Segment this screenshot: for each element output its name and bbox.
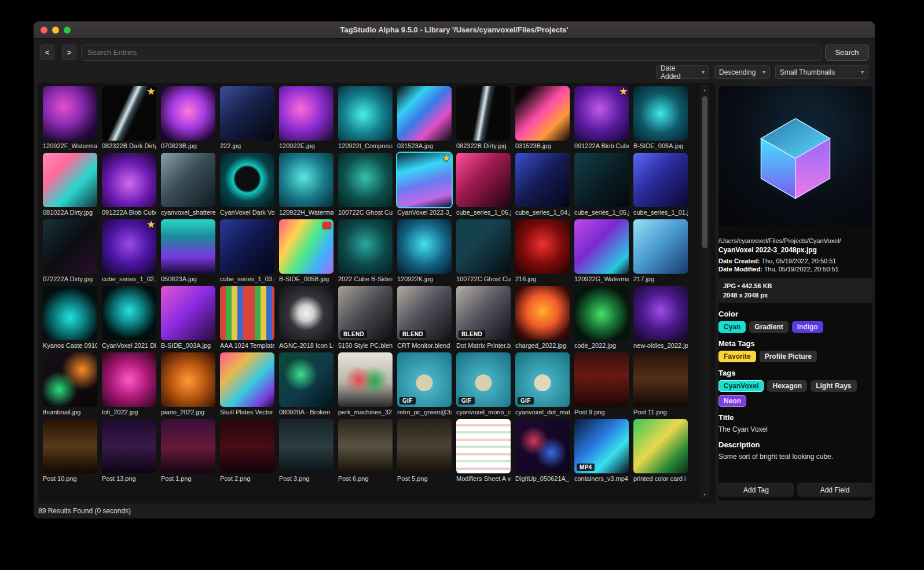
grid-item[interactable]: 120922E.jpg [279,86,333,149]
thumbnail[interactable] [161,286,215,340]
thumbnail[interactable] [456,419,511,473]
thumbnail[interactable]: ★ [574,86,629,141]
thumbnail[interactable] [220,219,274,274]
scroll-up-arrow-icon[interactable]: ▲ [701,88,708,92]
grid-item[interactable]: cube_series_1_01.j [633,153,688,216]
thumbnail[interactable] [397,419,452,473]
thumbnail[interactable] [515,86,570,141]
grid-item[interactable]: 100722C Ghost Cu [338,153,393,216]
thumbnail[interactable] [279,219,333,274]
thumbnail[interactable]: BLEND [456,286,511,340]
thumbnail[interactable]: MP4 [574,419,629,473]
thumbnail[interactable] [43,86,97,141]
thumbnail[interactable] [102,153,156,207]
thumbnail[interactable] [279,286,333,340]
grid-item[interactable]: 120922G_Waterma [574,219,629,282]
thumbnail[interactable] [515,286,570,340]
grid-item[interactable]: AGNC-2018 Icon Lo [279,286,333,349]
grid-item[interactable]: GIFcyanvoxel_dot_mat [515,352,570,415]
grid-item[interactable]: ★082322B Dark Dirty [102,86,156,149]
thumbnail[interactable] [43,419,97,473]
grid-item[interactable]: cube_series_1_06.j [456,153,511,216]
grid-item[interactable]: Post 3.png [279,419,333,482]
grid-item[interactable]: 050623A.jpg [161,219,215,282]
sort-field-dropdown[interactable]: Date Added ▾ [656,65,709,79]
grid-item[interactable]: 222.jpg [220,86,274,149]
thumbnail[interactable] [161,352,215,407]
grid-item[interactable]: 070823B.jpg [161,86,215,149]
grid-item[interactable]: ★091222A Blob Cube [574,86,629,149]
grid-item[interactable]: cube_series_1_05.j [574,153,629,216]
grid-item[interactable]: piano_2022.jpg [161,352,215,415]
thumbnail[interactable] [279,352,333,407]
grid-item[interactable]: new-oldies_2022.jp [633,286,688,349]
grid-item[interactable]: printed color card i [633,419,688,482]
tag-pill[interactable]: Gradient [749,321,788,333]
thumbnail[interactable] [338,219,393,274]
grid-item[interactable]: 217.jpg [633,219,688,282]
grid-item[interactable]: Post 5.png [397,419,452,482]
thumbnail[interactable] [574,286,629,340]
tag-pill[interactable]: Light Rays [811,380,856,392]
thumbnail[interactable] [220,286,274,340]
thumbnail[interactable] [161,153,215,207]
thumbnail[interactable] [102,286,156,340]
grid-item[interactable]: lofi_2022.jpg [102,352,156,415]
grid-item[interactable]: DigItUp_050621A_ [515,419,570,482]
thumbnail[interactable] [161,86,215,141]
grid-item[interactable]: 031523A.jpg [397,86,452,149]
thumbnail[interactable]: ★ [397,153,452,207]
thumbnail[interactable] [515,219,570,274]
grid-item[interactable]: ★CyanVoxel 2022-3_ [397,153,452,216]
thumbnail[interactable] [633,352,688,407]
thumbnail[interactable] [515,153,570,207]
thumbnail[interactable] [515,419,570,473]
grid-item[interactable]: CyanVoxel Dark Vox [220,153,274,216]
thumbnail[interactable]: GIF [515,352,570,407]
grid-item[interactable]: CyanVoxel 2021 Dis [102,286,156,349]
thumbnail[interactable] [220,153,274,207]
thumbnail[interactable] [161,419,215,473]
grid-item[interactable]: 120922H_Waterma [279,153,333,216]
thumbnail[interactable] [456,153,511,207]
thumbnail[interactable] [161,219,215,274]
thumbnail[interactable] [220,86,274,141]
grid-item[interactable]: Post 11.png [633,352,688,415]
forward-button[interactable]: > [62,45,76,60]
thumbnail[interactable] [456,86,511,141]
grid-item[interactable]: BLENDDot Matrix Printer.b [456,286,511,349]
grid-item[interactable]: GIFretro_pc_green@3x [397,352,452,415]
search-button[interactable]: Search [825,45,869,61]
thumbnail[interactable] [43,286,97,340]
thumbnail[interactable]: BLEND [397,286,452,340]
thumbnail[interactable] [338,153,393,207]
grid-item[interactable]: 080920A - Broken [279,352,333,415]
grid-item[interactable]: Post 2.png [220,419,274,482]
search-input[interactable] [81,45,822,61]
tag-pill[interactable]: Cyan [718,321,746,333]
grid-item[interactable]: 2022 Cube B-Sides [338,219,393,282]
thumbnail[interactable] [102,419,156,473]
scroll-down-arrow-icon[interactable]: ▼ [701,492,708,497]
grid-item[interactable]: B-SIDE_005B.jpg [279,219,333,282]
tag-pill[interactable]: Profile Picture [760,351,817,362]
grid-item[interactable]: charged_2022.jpg [515,286,570,349]
grid-item[interactable]: MP4containers_v3.mp4 [574,419,629,482]
sort-direction-dropdown[interactable]: Descending ▾ [714,65,770,79]
thumbnail[interactable] [633,286,688,340]
grid-item[interactable]: 120922I_Compress [338,86,393,149]
thumbnail[interactable] [338,419,393,473]
tag-pill[interactable]: CyanVoxel [718,380,764,392]
thumbnail[interactable]: GIF [456,352,511,407]
thumbnail-size-dropdown[interactable]: Small Thumbnails ▾ [775,65,868,79]
thumbnail[interactable] [397,86,452,141]
grid-item[interactable]: 082322B Dirty.jpg [456,86,511,149]
tag-pill[interactable]: Indigo [792,321,823,333]
tag-pill[interactable]: Hexagon [767,380,807,392]
thumbnail[interactable] [43,352,97,407]
grid-item[interactable]: 120922F_Watermar [43,86,97,149]
scrollbar-thumb[interactable] [702,96,707,248]
grid-item[interactable]: BLEND5150 Style PC.blend [338,286,393,349]
grid-item[interactable]: 120922K.jpg [397,219,452,282]
grid-item[interactable]: cube_series_1_03.j [220,219,274,282]
